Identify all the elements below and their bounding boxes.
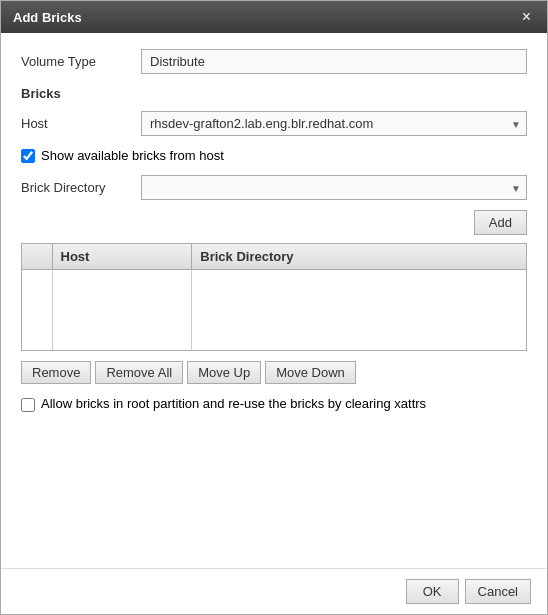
brick-dir-select[interactable] xyxy=(141,175,527,200)
table-col-brick-dir: Brick Directory xyxy=(192,244,526,270)
dialog-header: Add Bricks × xyxy=(1,1,547,33)
brick-dir-label: Brick Directory xyxy=(21,180,141,195)
host-label: Host xyxy=(21,116,141,131)
table-col-selector xyxy=(22,244,52,270)
volume-type-row: Volume Type Distribute xyxy=(21,49,527,74)
add-button-row: Add xyxy=(21,210,527,235)
remove-button[interactable]: Remove xyxy=(21,361,91,384)
bricks-table: Host Brick Directory xyxy=(22,244,526,350)
move-down-button[interactable]: Move Down xyxy=(265,361,356,384)
show-available-checkbox[interactable] xyxy=(21,149,35,163)
dialog-title: Add Bricks xyxy=(13,10,82,25)
table-col-host: Host xyxy=(52,244,192,270)
volume-type-display: Distribute xyxy=(141,49,527,74)
show-available-label: Show available bricks from host xyxy=(41,148,224,163)
action-buttons-row: Remove Remove All Move Up Move Down xyxy=(21,361,527,384)
volume-type-value: Distribute xyxy=(141,49,527,74)
move-up-button[interactable]: Move Up xyxy=(187,361,261,384)
close-button[interactable]: × xyxy=(518,9,535,25)
brick-dir-row: Brick Directory ▼ xyxy=(21,175,527,200)
brick-dir-select-wrapper: ▼ xyxy=(141,175,527,200)
table-cell-brick-dir xyxy=(192,270,526,350)
volume-type-label: Volume Type xyxy=(21,54,141,69)
add-button[interactable]: Add xyxy=(474,210,527,235)
bricks-table-wrapper: Host Brick Directory xyxy=(21,243,527,351)
bricks-section-title: Bricks xyxy=(21,86,527,101)
ok-button[interactable]: OK xyxy=(406,579,459,604)
host-select-wrapper: rhsdev-grafton2.lab.eng.blr.redhat.com ▼ xyxy=(141,111,527,136)
dialog-footer: OK Cancel xyxy=(1,568,547,614)
show-available-row: Show available bricks from host xyxy=(21,148,527,163)
host-row: Host rhsdev-grafton2.lab.eng.blr.redhat.… xyxy=(21,111,527,136)
allow-bricks-row: Allow bricks in root partition and re-us… xyxy=(21,396,527,412)
allow-bricks-checkbox[interactable] xyxy=(21,398,35,412)
bricks-table-body xyxy=(22,270,526,350)
host-select[interactable]: rhsdev-grafton2.lab.eng.blr.redhat.com xyxy=(141,111,527,136)
table-cell-host xyxy=(52,270,192,350)
remove-all-button[interactable]: Remove All xyxy=(95,361,183,384)
cancel-button[interactable]: Cancel xyxy=(465,579,531,604)
dialog-body: Volume Type Distribute Bricks Host rhsde… xyxy=(1,33,547,568)
table-header-row: Host Brick Directory xyxy=(22,244,526,270)
add-bricks-dialog: Add Bricks × Volume Type Distribute Bric… xyxy=(0,0,548,615)
table-cell-selector xyxy=(22,270,52,350)
allow-bricks-label: Allow bricks in root partition and re-us… xyxy=(41,396,426,411)
table-row xyxy=(22,270,526,350)
bricks-table-header: Host Brick Directory xyxy=(22,244,526,270)
